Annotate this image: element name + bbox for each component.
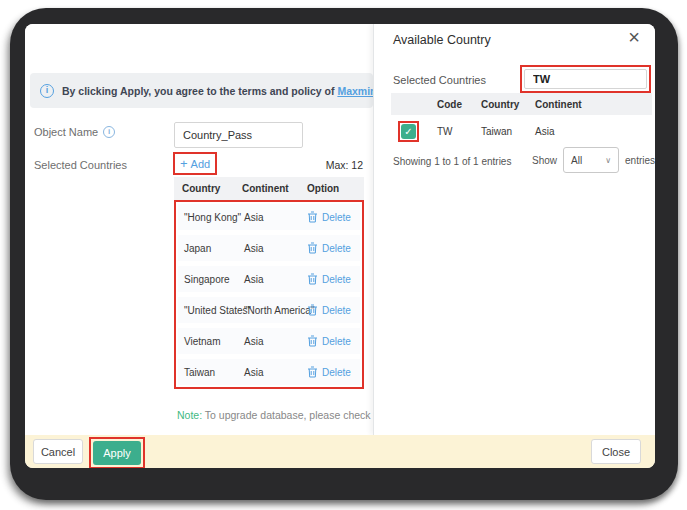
screenshot-frame: i By clicking Apply, you agree to the te… <box>10 8 678 500</box>
dialog-footer: Cancel Apply Close <box>25 435 655 468</box>
delete-country-link[interactable]: Delete <box>322 212 351 223</box>
cancel-button[interactable]: Cancel <box>33 439 83 464</box>
selected-countries-table: Country Continent Option "Hong Kong" Asi… <box>174 177 364 389</box>
pagination-info: Showing 1 to 1 of 1 entries <box>393 156 511 167</box>
close-button[interactable]: Close <box>591 439 641 464</box>
table-header-row: Code Country Continent <box>391 93 652 115</box>
column-header-country: Country <box>481 99 535 110</box>
country-checkbox[interactable]: ✓ <box>401 124 416 139</box>
dialog-title: Available Country <box>393 33 491 47</box>
object-name-label: Object Name i <box>34 126 115 138</box>
dialog-screen: i By clicking Apply, you agree to the te… <box>25 24 655 468</box>
delete-country-link[interactable]: Delete <box>322 305 351 316</box>
table-row: Japan Asia Delete <box>178 235 360 261</box>
highlight-filter-input <box>520 65 651 93</box>
show-label: Show <box>532 155 557 166</box>
highlight-country-rows: "Hong Kong" Asia Delete Japan Asia <box>174 200 364 389</box>
trash-icon <box>307 304 318 316</box>
available-countries-table: Code Country Continent ✓ TW <box>391 93 652 147</box>
table-row: "Hong Kong" Asia Delete <box>178 204 360 230</box>
country-filter-input[interactable] <box>524 69 647 89</box>
column-header-continent: Continent <box>535 99 652 110</box>
chevron-down-icon: ∨ <box>605 156 611 165</box>
note-label: Note: <box>177 409 202 421</box>
table-row: "United States" "North America" Delete <box>178 297 360 323</box>
upgrade-note: Note: To upgrade database, please check … <box>177 409 373 421</box>
info-icon: i <box>103 126 115 138</box>
available-country-dialog: Available Country × Selected Countries C… <box>373 24 655 435</box>
trash-icon <box>307 242 318 254</box>
highlight-apply-button: Apply <box>89 437 145 468</box>
check-icon: ✓ <box>404 126 412 137</box>
max-countries-label: Max: 12 <box>326 159 363 171</box>
table-row: Vietnam Asia Delete <box>178 328 360 354</box>
column-header-country: Country <box>174 183 234 194</box>
entries-label: entries <box>625 155 655 166</box>
selected-countries-label: Selected Countries <box>34 159 127 171</box>
delete-country-link[interactable]: Delete <box>322 243 351 254</box>
highlight-add-button: + Add <box>173 152 217 175</box>
info-icon: i <box>40 84 54 98</box>
table-row: Taiwan Asia Delete <box>178 359 360 385</box>
panels-container: i By clicking Apply, you agree to the te… <box>25 24 655 435</box>
plus-icon: + <box>180 156 188 171</box>
delete-country-link[interactable]: Delete <box>322 367 351 378</box>
delete-country-link[interactable]: Delete <box>322 274 351 285</box>
trash-icon <box>307 273 318 285</box>
table-row: Singapore Asia Delete <box>178 266 360 292</box>
column-header-continent: Continent <box>234 183 299 194</box>
edit-object-panel: i By clicking Apply, you agree to the te… <box>25 24 373 435</box>
highlight-object-name <box>172 120 305 150</box>
add-country-button[interactable]: + Add <box>180 156 210 171</box>
close-icon[interactable]: × <box>628 26 640 48</box>
column-header-option: Option <box>299 183 364 194</box>
trash-icon <box>307 366 318 378</box>
highlight-checkbox: ✓ <box>398 121 419 142</box>
entries-select[interactable]: All ∨ <box>563 147 619 173</box>
delete-country-link[interactable]: Delete <box>322 336 351 347</box>
license-banner: i By clicking Apply, you agree to the te… <box>30 73 373 108</box>
selected-countries-label: Selected Countries <box>393 74 486 86</box>
trash-icon <box>307 335 318 347</box>
object-name-input[interactable] <box>174 122 303 148</box>
trash-icon <box>307 211 318 223</box>
table-row: ✓ TW Taiwan Asia <box>391 115 652 147</box>
table-header-row: Country Continent Option <box>174 177 364 200</box>
apply-button[interactable]: Apply <box>93 441 141 465</box>
column-header-code: Code <box>437 99 481 110</box>
entries-selector-group: Show All ∨ entries <box>532 147 655 173</box>
